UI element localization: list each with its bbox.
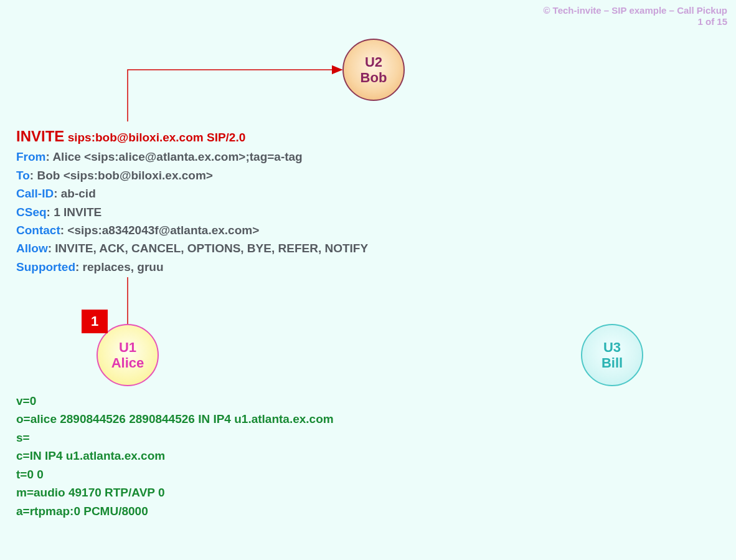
node-u1-name: Alice — [111, 355, 144, 371]
sdp-o: o=alice 2890844526 2890844526 IN IP4 u1.… — [16, 410, 334, 428]
sip-header-supported: Supported: replaces, gruu — [16, 258, 368, 276]
sdp-s: s= — [16, 429, 334, 447]
sdp-body: v=0 o=alice 2890844526 2890844526 IN IP4… — [16, 392, 334, 520]
page-counter: 1 of 15 — [543, 16, 727, 27]
header-value-to: : Bob <sips:bob@biloxi.ex.com> — [30, 169, 213, 182]
header-value-callid: : ab-cid — [54, 187, 96, 200]
sdp-v: v=0 — [16, 392, 334, 410]
sip-header-allow: Allow: INVITE, ACK, CANCEL, OPTIONS, BYE… — [16, 239, 368, 257]
header-value-from: : Alice <sips:alice@atlanta.ex.com>;tag=… — [46, 150, 303, 163]
sip-header-cseq: CSeq: 1 INVITE — [16, 203, 368, 221]
header-name-callid: Call-ID — [16, 187, 54, 200]
node-u3-name: Bill — [602, 355, 623, 371]
step-badge: 1 — [82, 310, 108, 333]
node-u2-name: Bob — [361, 70, 387, 85]
node-u2-bob: U2 Bob — [342, 39, 405, 101]
sdp-t: t=0 0 — [16, 465, 334, 483]
sdp-c: c=IN IP4 u1.atlanta.ex.com — [16, 447, 334, 465]
sip-message: INVITE sips:bob@biloxi.ex.com SIP/2.0 Fr… — [16, 125, 368, 276]
node-u3-id: U3 — [603, 339, 621, 355]
header-credit: © Tech-invite – SIP example – Call Picku… — [543, 5, 727, 27]
sip-request-uri: sips:bob@biloxi.ex.com SIP/2.0 — [68, 131, 246, 144]
step-number: 1 — [91, 313, 98, 330]
node-u1-alice: U1 Alice — [97, 324, 159, 386]
sip-header-from: From: Alice <sips:alice@atlanta.ex.com>;… — [16, 148, 368, 166]
header-name-contact: Contact — [16, 224, 60, 237]
header-name-allow: Allow — [16, 242, 48, 255]
credit-line: © Tech-invite – SIP example – Call Picku… — [543, 5, 727, 16]
header-value-contact: : <sips:a8342043f@atlanta.ex.com> — [60, 224, 260, 237]
header-name-to: To — [16, 169, 30, 182]
sip-method: INVITE — [16, 128, 64, 145]
node-u3-bill: U3 Bill — [581, 324, 643, 386]
sip-request-line: INVITE sips:bob@biloxi.ex.com SIP/2.0 — [16, 125, 368, 148]
header-name-from: From — [16, 150, 46, 163]
sdp-m: m=audio 49170 RTP/AVP 0 — [16, 483, 334, 501]
header-name-cseq: CSeq — [16, 206, 47, 219]
sip-header-callid: Call-ID: ab-cid — [16, 184, 368, 202]
node-u1-id: U1 — [119, 339, 136, 355]
header-value-supported: : replaces, gruu — [75, 260, 164, 273]
sip-header-to: To: Bob <sips:bob@biloxi.ex.com> — [16, 166, 368, 184]
sdp-a: a=rtpmap:0 PCMU/8000 — [16, 502, 334, 520]
header-value-allow: : INVITE, ACK, CANCEL, OPTIONS, BYE, REF… — [48, 242, 368, 255]
node-u2-id: U2 — [365, 54, 382, 70]
header-name-supported: Supported — [16, 260, 75, 273]
header-value-cseq: : 1 INVITE — [47, 206, 102, 219]
sip-header-contact: Contact: <sips:a8342043f@atlanta.ex.com> — [16, 221, 368, 239]
